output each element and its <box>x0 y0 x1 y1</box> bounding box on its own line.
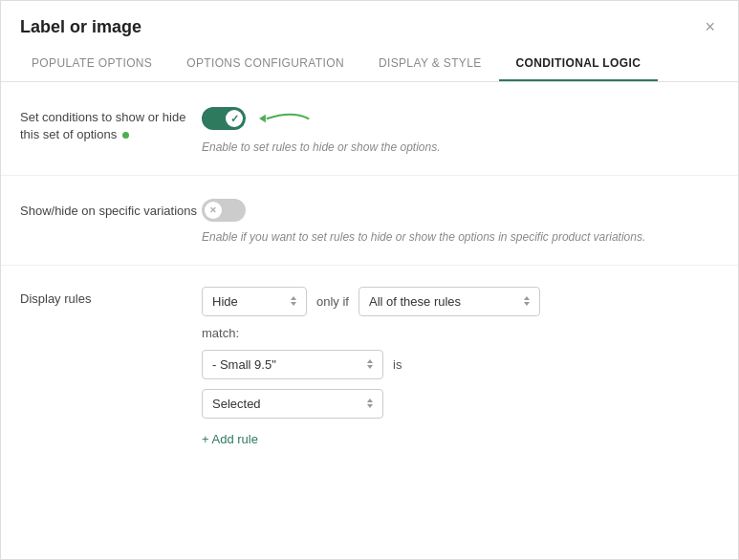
conditions-toggle-row <box>202 105 719 132</box>
variations-toggle[interactable] <box>202 199 246 222</box>
arrow-icon <box>259 105 316 132</box>
display-rules-section: Display rules Hide Show only if All of t… <box>1 266 738 466</box>
variations-hint: Enable if you want to set rules to hide … <box>202 229 719 246</box>
modal-header: Label or image × <box>1 1 738 47</box>
variations-toggle-row <box>202 199 719 222</box>
state-select[interactable]: Selected Not Selected <box>202 389 383 419</box>
tabs-row: Populate Options Options Configuration D… <box>1 47 738 82</box>
variations-section: Show/hide on specific variations Enable … <box>1 176 738 266</box>
modal-title: Label or image <box>20 17 141 37</box>
only-if-text: only if <box>316 294 349 309</box>
conditions-section: Set conditions to show or hide this set … <box>1 82 738 176</box>
conditions-label: Set conditions to show or hide this set … <box>20 105 202 143</box>
state-select-row: Selected Not Selected <box>202 389 719 419</box>
conditions-toggle[interactable] <box>202 107 246 130</box>
tab-populate-options[interactable]: Populate Options <box>14 47 169 81</box>
toggle-knob <box>226 110 243 127</box>
rules-type-select[interactable]: All of these rules Any of these rules <box>359 287 540 316</box>
tab-display-style[interactable]: Display & Style <box>361 47 499 81</box>
arrow-indicator <box>259 105 316 132</box>
close-button[interactable]: × <box>701 14 719 39</box>
match-text: match: <box>202 326 719 340</box>
close-icon: × <box>705 17 715 36</box>
action-select[interactable]: Hide Show <box>202 287 307 316</box>
conditions-hint: Enable to set rules to hide or show the … <box>202 140 719 156</box>
add-rule-link[interactable]: + Add rule <box>202 432 258 446</box>
variations-content: Enable if you want to set rules to hide … <box>202 199 719 246</box>
svg-marker-0 <box>259 115 266 123</box>
content-area: Set conditions to show or hide this set … <box>1 82 738 559</box>
variations-label: Show/hide on specific variations <box>20 199 202 220</box>
is-text: is <box>393 357 402 372</box>
rules-controls: Hide Show only if All of these rules Any… <box>202 287 719 447</box>
rules-first-line: Hide Show only if All of these rules Any… <box>202 287 719 316</box>
display-rules-label: Display rules <box>20 287 202 308</box>
tab-conditional-logic[interactable]: Conditional Logic <box>499 47 659 81</box>
modal-container: Label or image × Populate Options Option… <box>0 0 739 560</box>
rule-value-select[interactable]: - Small 9.5" - Medium 10.5" - Large 11.5… <box>202 350 383 379</box>
add-rule-container: + Add rule <box>202 428 719 447</box>
tab-options-configuration[interactable]: Options Configuration <box>169 47 361 81</box>
enabled-dot <box>122 132 129 139</box>
toggle-off-knob <box>205 202 222 219</box>
rule-item-row: - Small 9.5" - Medium 10.5" - Large 11.5… <box>202 350 719 379</box>
conditions-content: Enable to set rules to hide or show the … <box>202 105 719 156</box>
